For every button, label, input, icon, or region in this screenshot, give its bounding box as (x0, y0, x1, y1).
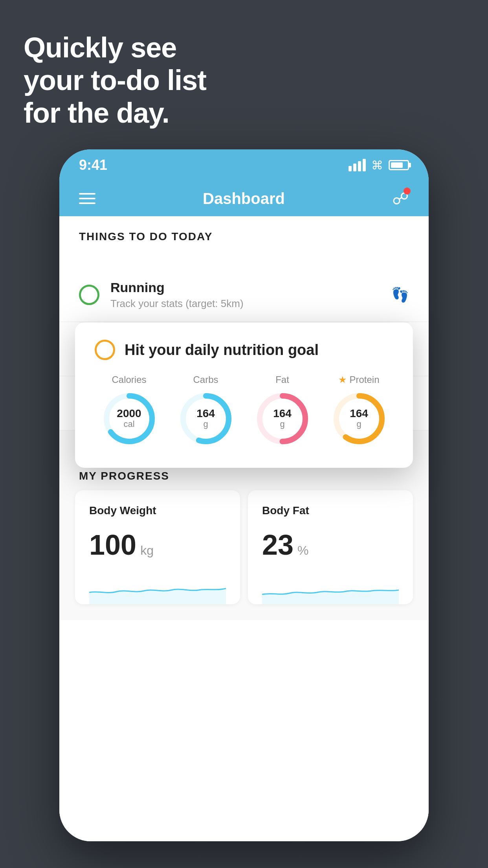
carbs-label: Carbs (193, 374, 218, 385)
battery-icon (389, 160, 409, 170)
hamburger-icon[interactable] (79, 193, 95, 204)
protein-label-text: Protein (349, 374, 379, 385)
carbs-value: 164 (196, 408, 215, 419)
notification-button[interactable]: ☍ (392, 189, 409, 208)
fat-donut: 164 g (253, 389, 312, 448)
calories-value: 2000 (117, 408, 141, 419)
nutrition-calories: Calories 2000 cal (95, 374, 163, 448)
nutrition-protein: ★ Protein 164 g (325, 374, 393, 448)
status-bar: 9:41 ⌘ (59, 149, 429, 181)
nutrition-card-title: Hit your daily nutrition goal (125, 342, 319, 359)
nutrition-radio[interactable] (95, 340, 115, 360)
notification-badge (404, 188, 411, 195)
signal-icon (349, 159, 366, 171)
bodyfat-value-row: 23 % (262, 529, 399, 561)
bodyfat-sparkline (262, 573, 399, 604)
things-header: THINGS TO DO TODAY (59, 216, 429, 249)
progress-card-weight[interactable]: Body Weight 100 kg (75, 490, 240, 604)
nav-title: Dashboard (203, 190, 285, 208)
calories-donut: 2000 cal (100, 389, 159, 448)
progress-grid: Body Weight 100 kg (59, 490, 429, 604)
hero-text: Quickly see your to-do list for the day. (24, 31, 206, 129)
progress-section: MY PROGRESS Body Weight 100 kg (59, 454, 429, 620)
todo-title-running: Running (110, 280, 380, 295)
weight-card-title: Body Weight (89, 504, 226, 517)
bodyfat-card-title: Body Fat (262, 504, 399, 517)
protein-label: ★ Protein (338, 374, 379, 385)
nutrition-card: Hit your daily nutrition goal Calories 2… (75, 322, 413, 468)
phone-content: THINGS TO DO TODAY Running Track your st… (59, 216, 429, 841)
calories-unit: cal (117, 419, 141, 429)
status-icons: ⌘ (349, 158, 409, 172)
fat-value: 164 (273, 408, 292, 419)
weight-value: 100 (89, 529, 136, 561)
card-title-row: Hit your daily nutrition goal (95, 340, 393, 360)
shoe-icon: 👣 (391, 287, 409, 303)
hero-line2: your to-do list (24, 64, 206, 97)
hero-line1: Quickly see (24, 31, 206, 64)
protein-value: 164 (350, 408, 368, 419)
wifi-icon: ⌘ (371, 158, 383, 172)
bodyfat-unit: % (297, 543, 308, 558)
weight-unit: kg (140, 543, 154, 558)
list-item[interactable]: Running Track your stats (target: 5km) 👣 (59, 268, 429, 322)
hero-line3: for the day. (24, 97, 206, 129)
todo-text-running: Running Track your stats (target: 5km) (110, 280, 380, 310)
todo-subtitle-running: Track your stats (target: 5km) (110, 298, 380, 310)
protein-unit: g (350, 419, 368, 429)
progress-card-bodyfat[interactable]: Body Fat 23 % (248, 490, 413, 604)
nutrition-fat: Fat 164 g (248, 374, 317, 448)
calories-label: Calories (112, 374, 146, 385)
nav-bar: Dashboard ☍ (59, 181, 429, 216)
weight-sparkline (89, 573, 226, 604)
status-time: 9:41 (79, 157, 107, 173)
carbs-donut: 164 g (176, 389, 235, 448)
carbs-unit: g (196, 419, 215, 429)
phone-mockup: 9:41 ⌘ Dashboard ☍ (59, 149, 429, 841)
nutrition-carbs: Carbs 164 g (171, 374, 240, 448)
fat-unit: g (273, 419, 292, 429)
todo-circle-running (79, 285, 99, 305)
nutrition-grid: Calories 2000 cal Carbs (95, 374, 393, 448)
bodyfat-value: 23 (262, 529, 294, 561)
phone-screen: 9:41 ⌘ Dashboard ☍ (59, 149, 429, 841)
fat-label: Fat (275, 374, 289, 385)
star-icon: ★ (338, 374, 347, 385)
weight-value-row: 100 kg (89, 529, 226, 561)
protein-donut: 164 g (330, 389, 389, 448)
